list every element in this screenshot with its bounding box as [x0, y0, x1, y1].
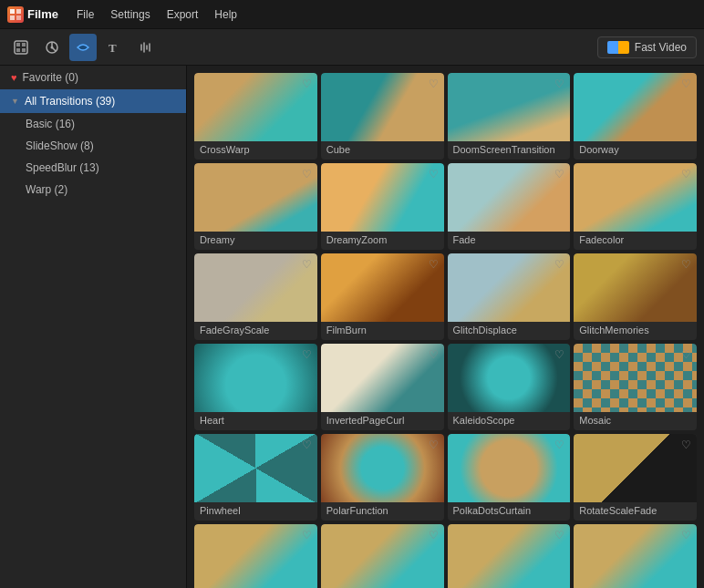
favorite-heart-icon[interactable]: ♡ [302, 348, 312, 361]
favorite-heart-icon[interactable]: ♡ [429, 168, 439, 181]
transition-item[interactable]: ♡Cube [321, 73, 444, 160]
transition-name-label: Mosaic [574, 412, 697, 430]
svg-rect-0 [10, 9, 15, 14]
menu-help[interactable]: Help [207, 5, 244, 25]
transition-thumbnail: ♡ [574, 253, 697, 322]
expand-icon: ▼ [11, 97, 19, 106]
transition-name-label: FilmBurn [321, 322, 444, 340]
favorite-heart-icon[interactable]: ♡ [554, 77, 564, 90]
sidebar-item-slideshow[interactable]: SlideShow (8) [0, 135, 186, 157]
favorite-heart-icon[interactable]: ♡ [302, 168, 312, 181]
transition-item[interactable]: ♡Doorway [574, 73, 697, 160]
favorite-heart-icon[interactable]: ♡ [429, 348, 439, 361]
transition-thumbnail: ♡ [448, 524, 571, 588]
svg-rect-2 [10, 15, 15, 20]
transition-thumbnail: ♡ [574, 344, 697, 412]
favorite-heart-icon[interactable]: ♡ [302, 529, 312, 542]
transition-name-label: Heart [194, 412, 317, 430]
menu-export[interactable]: Export [160, 5, 206, 25]
app-name: Filme [27, 7, 58, 21]
transition-item[interactable]: ♡GlitchDisplace [448, 253, 571, 340]
transition-item[interactable]: ♡ [321, 524, 444, 588]
favorite-heart-icon[interactable]: ♡ [302, 77, 312, 90]
transition-item[interactable]: ♡Pinwheel [194, 434, 317, 521]
sidebar-item-speedblur[interactable]: SpeedBlur (13) [0, 157, 186, 179]
favorite-heart-icon[interactable]: ♡ [429, 77, 439, 90]
favorite-heart-icon[interactable]: ♡ [554, 438, 564, 451]
sidebar-item-favorite[interactable]: ♥ Favorite (0) [0, 66, 186, 89]
transition-item[interactable]: ♡DoomScreenTransition [448, 73, 571, 160]
favorite-heart-icon[interactable]: ♡ [681, 168, 691, 181]
transition-thumbnail: ♡ [194, 253, 317, 322]
transition-thumbnail: ♡ [321, 73, 444, 141]
main-content: ♥ Favorite (0) ▼ All Transitions (39) Ba… [0, 66, 704, 588]
transition-item[interactable]: ♡RotateScaleFade [574, 434, 697, 521]
sidebar-item-all-transitions[interactable]: ▼ All Transitions (39) [0, 89, 186, 113]
menu-settings[interactable]: Settings [103, 5, 157, 25]
fast-video-label: Fast Video [635, 41, 687, 54]
transition-item[interactable]: ♡PolkaDotsCurtain [448, 434, 571, 521]
favorite-heart-icon[interactable]: ♡ [429, 438, 439, 451]
transition-item[interactable]: ♡Dreamy [194, 163, 317, 250]
svg-rect-8 [22, 48, 26, 52]
favorite-heart-icon[interactable]: ♡ [681, 438, 691, 451]
favorite-heart-icon[interactable]: ♡ [554, 168, 564, 181]
transition-thumbnail: ♡ [448, 163, 571, 232]
sidebar-item-warp[interactable]: Warp (2) [0, 179, 186, 201]
audio-button[interactable] [131, 34, 159, 61]
sidebar-item-basic[interactable]: Basic (16) [0, 113, 186, 135]
transition-item[interactable]: ♡PolarFunction [321, 434, 444, 521]
fast-video-button[interactable]: Fast Video [597, 36, 697, 58]
transition-item[interactable]: ♡Mosaic [574, 344, 697, 430]
effects-button[interactable] [38, 34, 66, 61]
svg-rect-3 [16, 15, 21, 20]
sidebar-warp-label: Warp (2) [26, 183, 67, 196]
svg-rect-1 [16, 9, 21, 14]
menu-file[interactable]: File [69, 5, 101, 25]
media-button[interactable] [7, 34, 35, 61]
transition-item[interactable]: ♡Heart [194, 344, 317, 430]
transition-item[interactable]: ♡Fadecolor [574, 163, 697, 250]
favorite-heart-icon[interactable]: ♡ [681, 348, 691, 361]
transition-thumbnail: ♡ [321, 524, 444, 588]
sidebar-speedblur-label: SpeedBlur (13) [26, 161, 99, 174]
transition-item[interactable]: ♡ [574, 524, 697, 588]
favorite-heart-icon[interactable]: ♡ [681, 258, 691, 271]
transition-item[interactable]: ♡DreamyZoom [321, 163, 444, 250]
favorite-heart-icon[interactable]: ♡ [681, 529, 691, 542]
favorite-heart-icon[interactable]: ♡ [554, 348, 564, 361]
favorite-heart-icon[interactable]: ♡ [302, 438, 312, 451]
menu-bar: File Settings Export Help [69, 5, 244, 25]
text-button[interactable]: T [100, 34, 128, 61]
transitions-button[interactable] [69, 34, 97, 61]
favorite-heart-icon[interactable]: ♡ [429, 258, 439, 271]
transition-item[interactable]: ♡FilmBurn [321, 253, 444, 340]
transition-thumbnail: ♡ [321, 344, 444, 412]
logo-icon [7, 6, 24, 23]
transition-thumbnail: ♡ [194, 434, 317, 502]
sidebar-all-transitions-label: All Transitions (39) [25, 95, 115, 108]
transition-name-label: Fade [448, 232, 571, 250]
svg-rect-6 [22, 43, 26, 46]
transitions-grid: ♡CrossWarp♡Cube♡DoomScreenTransition♡Doo… [194, 73, 697, 588]
transition-thumbnail: ♡ [194, 344, 317, 412]
transition-thumbnail: ♡ [321, 253, 444, 322]
transitions-panel: ♡CrossWarp♡Cube♡DoomScreenTransition♡Doo… [187, 66, 704, 588]
app-logo: Filme [7, 6, 58, 23]
favorite-heart-icon[interactable]: ♡ [554, 258, 564, 271]
transition-item[interactable]: ♡GlitchMemories [574, 253, 697, 340]
transition-thumbnail: ♡ [574, 524, 697, 588]
transition-item[interactable]: ♡InvertedPageCurl [321, 344, 444, 430]
sidebar-slideshow-label: SlideShow (8) [26, 139, 94, 152]
transition-item[interactable]: ♡Fade [448, 163, 571, 250]
favorite-heart-icon[interactable]: ♡ [554, 529, 564, 542]
transition-item[interactable]: ♡FadeGrayScale [194, 253, 317, 340]
transition-item[interactable]: ♡KaleidoScope [448, 344, 571, 430]
transition-item[interactable]: ♡CrossWarp [194, 73, 317, 160]
favorite-heart-icon[interactable]: ♡ [681, 77, 691, 90]
transition-item[interactable]: ♡ [194, 524, 317, 588]
transition-name-label: PolarFunction [321, 502, 444, 521]
transition-item[interactable]: ♡ [448, 524, 571, 588]
favorite-heart-icon[interactable]: ♡ [302, 258, 312, 271]
favorite-heart-icon[interactable]: ♡ [429, 529, 439, 542]
